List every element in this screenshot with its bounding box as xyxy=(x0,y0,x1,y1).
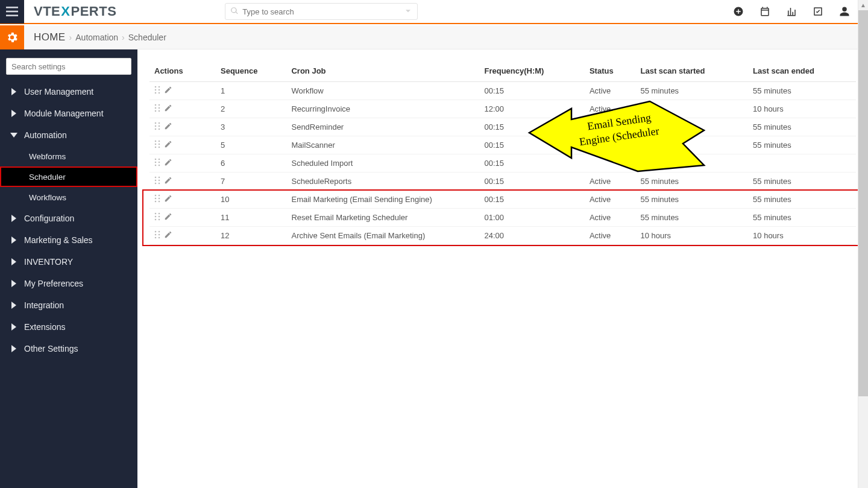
sidebar-item-marketing-sales[interactable]: Marketing & Sales xyxy=(0,229,137,251)
cell-end xyxy=(748,154,856,173)
drag-handle-icon[interactable] xyxy=(154,159,160,168)
sidebar-item-user-management[interactable]: User Management xyxy=(0,81,137,103)
svg-point-42 xyxy=(159,198,160,200)
cell-status xyxy=(585,154,636,173)
global-search[interactable] xyxy=(225,3,418,20)
chevron-right-icon xyxy=(10,302,18,309)
add-button[interactable] xyxy=(733,6,744,17)
hamburger-menu-button[interactable] xyxy=(0,0,24,24)
svg-point-29 xyxy=(155,162,157,163)
chevron-right-icon xyxy=(10,215,18,222)
user-menu-button[interactable] xyxy=(839,6,850,17)
search-icon xyxy=(230,7,239,17)
sidebar-subitem-workflows[interactable]: Workflows xyxy=(0,187,137,208)
edit-icon[interactable] xyxy=(164,232,172,241)
col-cronjob: Cron Job xyxy=(286,60,479,82)
cell-frequency: 00:15 xyxy=(479,82,584,100)
svg-point-28 xyxy=(159,159,160,160)
cell-frequency: 24:00 xyxy=(479,227,584,245)
sidebar-item-label: Marketing & Sales xyxy=(24,235,93,245)
settings-gear-button[interactable] xyxy=(0,25,24,49)
sidebar-item-extensions[interactable]: Extensions xyxy=(0,316,137,338)
svg-rect-1 xyxy=(6,11,18,13)
drag-handle-icon[interactable] xyxy=(154,87,160,96)
sidebar-subitem-scheduler[interactable]: Scheduler xyxy=(0,166,137,187)
cell-cronjob: Workflow xyxy=(286,82,479,100)
svg-point-31 xyxy=(155,165,157,166)
sidebar-search-input[interactable] xyxy=(6,58,131,75)
sidebar-item-other-settings[interactable]: Other Settings xyxy=(0,338,137,360)
table-row: 12Archive Sent Emails (Email Marketing)2… xyxy=(149,227,856,245)
cell-status: Active xyxy=(585,82,636,100)
cell-end: 55 minutes xyxy=(748,191,856,209)
sidebar-item-integration[interactable]: Integration xyxy=(0,294,137,316)
sidebar-item-my-preferences[interactable]: My Preferences xyxy=(0,273,137,294)
sidebar-item-configuration[interactable]: Configuration xyxy=(0,208,137,229)
svg-point-18 xyxy=(159,125,160,127)
svg-point-27 xyxy=(155,159,157,160)
chevron-right-icon xyxy=(10,110,18,117)
browser-scrollbar[interactable]: ▲ xyxy=(858,0,868,488)
edit-icon[interactable] xyxy=(164,177,172,186)
tasks-button[interactable] xyxy=(813,6,823,17)
cell-start: 55 minutes xyxy=(636,82,749,100)
edit-icon[interactable] xyxy=(164,141,172,150)
drag-handle-icon[interactable] xyxy=(154,232,160,241)
edit-icon[interactable] xyxy=(164,105,172,114)
col-start: Last scan started xyxy=(636,60,749,82)
cell-cronjob: SendReminder xyxy=(286,118,479,136)
drag-handle-icon[interactable] xyxy=(154,195,160,204)
global-search-input[interactable] xyxy=(242,7,404,16)
drag-handle-icon[interactable] xyxy=(154,105,160,114)
drag-handle-icon[interactable] xyxy=(154,214,160,223)
cell-start: 55 minutes xyxy=(636,191,749,209)
edit-icon[interactable] xyxy=(164,123,172,132)
table-row: 5MailScanner00:1555 minutes xyxy=(149,136,856,154)
sidebar-subitem-webforms[interactable]: Webforms xyxy=(0,146,137,166)
svg-rect-2 xyxy=(6,14,18,16)
cell-end: 55 minutes xyxy=(748,82,856,100)
search-chevron-down-icon[interactable] xyxy=(404,7,412,17)
scroll-thumb[interactable] xyxy=(858,10,868,396)
scroll-up-icon[interactable]: ▲ xyxy=(858,0,868,10)
edit-icon[interactable] xyxy=(164,87,172,96)
cell-end: 10 hours xyxy=(748,227,856,245)
breadcrumb-home[interactable]: HOME xyxy=(34,31,66,43)
cell-status xyxy=(585,136,636,154)
svg-point-35 xyxy=(155,180,157,182)
reports-button[interactable] xyxy=(786,6,797,17)
drag-handle-icon[interactable] xyxy=(154,141,160,150)
edit-icon[interactable] xyxy=(164,195,172,204)
svg-point-53 xyxy=(155,234,157,236)
chevron-right-icon xyxy=(10,280,18,287)
svg-point-8 xyxy=(159,92,160,94)
svg-point-33 xyxy=(155,177,157,179)
breadcrumb-level1[interactable]: Automation xyxy=(75,33,118,42)
breadcrumb-sep-icon: › xyxy=(122,33,125,42)
cell-status: Active xyxy=(585,191,636,209)
cell-sequence: 2 xyxy=(216,100,286,118)
col-actions: Actions xyxy=(149,60,216,82)
sidebar-item-label: Module Management xyxy=(24,109,104,118)
sidebar-item-inventory[interactable]: INVENTORY xyxy=(0,251,137,273)
cell-start xyxy=(636,100,749,118)
svg-point-40 xyxy=(159,195,160,197)
edit-icon[interactable] xyxy=(164,159,172,168)
calendar-button[interactable] xyxy=(760,6,770,17)
sidebar-item-module-management[interactable]: Module Management xyxy=(0,103,137,124)
edit-icon[interactable] xyxy=(164,214,172,223)
sidebar-item-automation[interactable]: Automation xyxy=(0,124,137,146)
cell-frequency: 00:15 xyxy=(479,136,584,154)
cell-cronjob: MailScanner xyxy=(286,136,479,154)
cell-sequence: 11 xyxy=(216,209,286,227)
svg-point-34 xyxy=(159,177,160,179)
hamburger-icon xyxy=(6,7,18,16)
cell-cronjob: RecurringInvoice xyxy=(286,100,479,118)
brand-post: PERTS xyxy=(71,4,116,19)
svg-point-37 xyxy=(155,183,157,185)
drag-handle-icon[interactable] xyxy=(154,123,160,132)
cell-end: 55 minutes xyxy=(748,173,856,191)
svg-point-39 xyxy=(155,195,157,197)
drag-handle-icon[interactable] xyxy=(154,177,160,186)
cell-frequency: 00:15 xyxy=(479,154,584,173)
